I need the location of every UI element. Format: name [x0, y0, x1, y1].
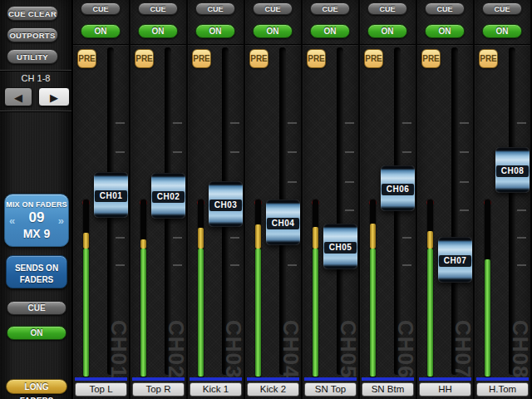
fader-handle[interactable]: CH01	[94, 172, 128, 218]
sidebar-cue-button[interactable]: CUE	[7, 301, 66, 315]
bank-next-button[interactable]: ▶	[38, 87, 70, 106]
channel-cue-button[interactable]: CUE	[482, 2, 522, 15]
fader-handle[interactable]: CH04	[266, 200, 300, 245]
pre-badge[interactable]: PRE	[364, 49, 383, 68]
channel-on-button[interactable]: ON	[425, 24, 465, 38]
fader-handle-label: CH02	[152, 191, 185, 203]
channel-number-ghost: CH04	[280, 320, 302, 378]
divider	[303, 44, 358, 45]
channel-on-button[interactable]: ON	[310, 24, 350, 38]
channel-strip: CUE ON PRE CH04 CH04 Kick 2	[245, 0, 301, 399]
meter-yellow-segment	[140, 239, 146, 249]
sidebar-on-button[interactable]: ON	[7, 326, 66, 340]
channel-on-button[interactable]: ON	[195, 24, 235, 38]
fader-handle-label: CH01	[95, 190, 127, 202]
fader-handle[interactable]: CH05	[323, 224, 357, 269]
channel-name[interactable]: Kick 2	[247, 382, 299, 397]
fader-scale-ticks	[517, 122, 526, 124]
level-meter	[255, 200, 261, 378]
channel-strip: CUE ON PRE CH03 CH03 Kick 1	[188, 0, 244, 399]
channel-color-bar	[190, 377, 242, 381]
fader-handle-label: CH04	[267, 218, 299, 229]
channel-cue-button[interactable]: CUE	[425, 2, 465, 15]
channel-number-ghost: CH08	[510, 320, 531, 378]
mix-prev-icon[interactable]: «	[9, 214, 15, 227]
fader-handle[interactable]: CH06	[381, 165, 415, 211]
fader-handle[interactable]: CH08	[495, 147, 530, 193]
outports-button[interactable]: OUTPORTS	[7, 27, 58, 42]
channel-number-ghost: CH05	[337, 320, 359, 378]
divider	[475, 44, 530, 45]
pre-badge[interactable]: PRE	[249, 49, 268, 68]
channel-number-ghost: CH07	[452, 320, 474, 378]
channel-name[interactable]: Kick 1	[190, 382, 242, 397]
meter-yellow-segment	[83, 233, 89, 249]
divider	[0, 70, 71, 71]
level-meter	[198, 200, 204, 378]
fader-scale-ticks	[230, 122, 239, 124]
channel-cue-button[interactable]: CUE	[138, 2, 178, 15]
meter-green-segment	[313, 249, 318, 377]
meter-green-segment	[255, 249, 261, 377]
meter-yellow-segment	[427, 231, 433, 249]
channel-cue-button[interactable]: CUE	[253, 2, 293, 15]
meter-green-segment	[485, 259, 490, 377]
divider	[131, 44, 186, 45]
utility-button[interactable]: UTILITY	[7, 49, 58, 64]
channel-number-ghost: CH01	[108, 320, 130, 378]
channel-on-button[interactable]: ON	[81, 24, 121, 38]
level-meter	[370, 200, 376, 378]
arrow-left-icon: ◀	[14, 91, 22, 104]
channel-cue-button[interactable]: CUE	[310, 2, 350, 15]
fader-handle[interactable]: CH07	[438, 237, 472, 283]
cue-clear-button[interactable]: CUE CLEAR	[7, 6, 58, 21]
channel-on-button[interactable]: ON	[138, 24, 178, 38]
meter-green-segment	[370, 249, 376, 377]
pre-badge[interactable]: PRE	[77, 49, 96, 68]
channel-cue-button[interactable]: CUE	[195, 2, 235, 15]
mix-next-icon[interactable]: »	[58, 214, 64, 227]
bank-prev-button[interactable]: ◀	[4, 87, 32, 106]
divider	[360, 44, 416, 45]
level-meter	[427, 200, 433, 378]
level-meter	[83, 200, 89, 378]
channel-on-button[interactable]: ON	[253, 24, 293, 38]
sends-on-faders-button[interactable]: SENDS ON FADERS	[6, 255, 67, 288]
level-meter	[313, 200, 318, 378]
channel-color-bar	[362, 377, 414, 381]
pre-badge[interactable]: PRE	[479, 49, 498, 68]
fader-scale-ticks	[288, 122, 297, 124]
channel-name[interactable]: Top R	[132, 382, 185, 397]
channel-cue-button[interactable]: CUE	[81, 2, 121, 15]
mix-on-faders-selector[interactable]: MIX ON FADERS 09 MX 9 « »	[4, 194, 69, 247]
channel-name[interactable]: H.Tom	[476, 382, 529, 397]
meter-yellow-segment	[198, 228, 204, 249]
pre-badge[interactable]: PRE	[421, 49, 441, 68]
fader-scale-ticks	[402, 122, 411, 124]
fader-handle-label: CH07	[439, 255, 471, 267]
channel-cue-button[interactable]: CUE	[367, 2, 407, 15]
channel-color-bar	[419, 377, 471, 381]
pre-badge[interactable]: PRE	[192, 49, 211, 68]
channel-strip: CUE ON PRE CH01 CH01 Top L	[73, 0, 129, 399]
meter-green-segment	[83, 249, 89, 377]
channel-color-bar	[247, 377, 299, 381]
channel-on-button[interactable]: ON	[367, 24, 407, 38]
meter-yellow-segment	[255, 224, 261, 249]
pre-badge[interactable]: PRE	[135, 49, 154, 68]
channel-number-ghost: CH06	[395, 320, 416, 378]
channel-name[interactable]: HH	[419, 382, 471, 397]
channel-on-button[interactable]: ON	[482, 24, 522, 38]
channel-name[interactable]: SN Btm	[362, 382, 414, 397]
fader-handle[interactable]: CH03	[209, 181, 243, 227]
pre-badge[interactable]: PRE	[307, 49, 326, 68]
channel-strip: CUE ON PRE CH02 CH02 Top R	[131, 0, 186, 399]
fader-handle[interactable]: CH02	[151, 173, 185, 219]
long-faders-button[interactable]: LONG FADERS	[6, 379, 67, 394]
fader-handle-label: CH05	[324, 242, 357, 254]
channel-name[interactable]: SN Top	[304, 382, 357, 397]
divider	[0, 111, 71, 111]
mix-on-faders-title: MIX ON FADERS	[5, 200, 68, 209]
mix-name: MX 9	[5, 227, 68, 240]
channel-name[interactable]: Top L	[75, 382, 127, 397]
